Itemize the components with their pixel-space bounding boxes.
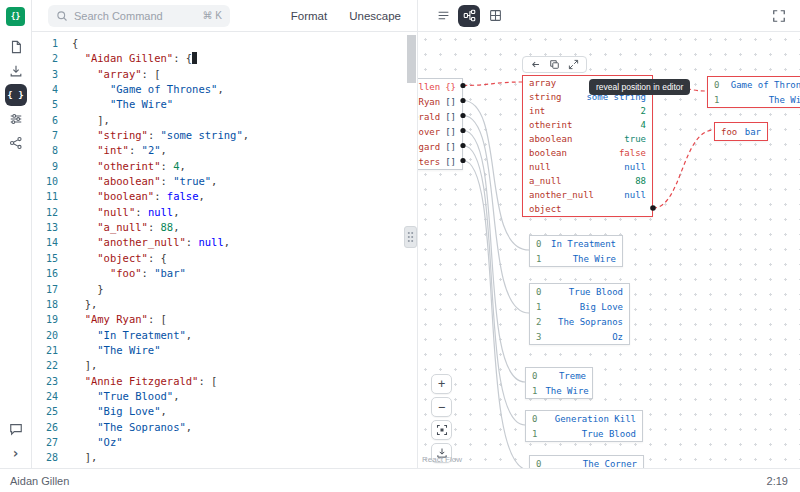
edge-object-foo-selected [653,130,714,208]
root-node-row[interactable]: Aidan Gillen{} [417,79,462,94]
editor-scrollbar[interactable] [407,35,416,83]
graph-node-alex[interactable]: 0Generation Kill1True Blood [525,410,643,442]
zoom-out-button[interactable]: − [431,397,452,417]
node-row[interactable]: 0Generation Kill [526,411,642,426]
node-row[interactable]: 0The Corner [530,456,643,468]
graph-node-foo[interactable]: foobar [714,122,768,141]
code-line[interactable]: "The Wire" [72,343,417,358]
code-line[interactable]: "Annie Fitzgerald": [ [72,374,417,389]
node-row[interactable]: object [523,202,652,216]
command-search[interactable]: ⌘ K [48,5,230,27]
app-logo[interactable]: {} [6,7,25,26]
node-row[interactable]: 0Treme [526,368,592,383]
node-row[interactable]: 1Big Love [530,299,629,314]
code-line[interactable]: "otherint": 4, [72,159,417,174]
react-flow-attribution[interactable]: React Flow [422,455,462,464]
share-nodes-icon[interactable] [5,132,27,154]
graph-selected-node[interactable]: arraystringsome stringint2otherint4abool… [522,75,653,217]
code-line[interactable]: "True Blood", [72,389,417,404]
node-row[interactable]: otherint4 [523,118,652,132]
line-number: 18 [32,297,72,312]
line-number: 2 [32,51,72,66]
node-row[interactable]: 1True Blood [526,426,642,441]
reveal-in-editor-icon[interactable] [530,59,541,70]
node-row[interactable]: 0Game of Thrones [708,77,800,92]
panel-resize-handle[interactable] [404,226,417,248]
code-line[interactable]: }, [72,297,417,312]
root-node-row[interactable]: Anwan Glover[] [417,124,462,139]
download-icon[interactable] [5,60,27,82]
node-row[interactable]: 0True Blood [530,284,629,299]
flow-view-toggle[interactable] [458,5,480,27]
code-line[interactable]: "The Wire" [72,97,417,112]
line-number: 28 [32,450,72,465]
zoom-in-button[interactable]: + [431,374,452,394]
node-row[interactable]: foobar [715,123,767,140]
code-lines[interactable]: { "Aidan Gillen": { "array": [ "Game of … [72,32,417,468]
status-bar: Aidan Gillen 2:19 [0,468,800,492]
code-line[interactable]: "Game of Thrones", [72,82,417,97]
root-node-row[interactable]: Amy Ryan[] [417,94,462,109]
root-node-row[interactable]: Alexander Skarsgard[] [417,139,462,154]
code-line[interactable]: ], [72,358,417,373]
code-line[interactable]: "another_null": null, [72,235,417,250]
code-line[interactable]: "string": "some string", [72,128,417,143]
graph-node-anwan[interactable]: 0Treme1The Wire [525,367,593,399]
fit-view-button[interactable] [431,420,452,440]
list-view-toggle[interactable] [432,5,454,27]
code-line[interactable]: "Aidan Gillen": { [72,51,417,66]
collapse-sidebar-icon[interactable]: › [5,442,27,464]
graph-node-annie[interactable]: 0True Blood1Big Love2The Sopranos3Oz [529,283,630,345]
code-line[interactable]: "boolean": false, [72,189,417,204]
node-row[interactable]: 1The Wire [530,251,622,266]
graph-node-got[interactable]: 0Game of Thrones1The Wire [707,76,800,108]
code-line[interactable]: "In Treatment", [72,328,417,343]
fullscreen-icon[interactable] [772,9,786,23]
file-icon[interactable] [5,36,27,58]
code-line[interactable]: "a_null": 88, [72,220,417,235]
code-line[interactable]: ], [72,450,417,465]
code-line[interactable]: "null": null, [72,205,417,220]
code-line[interactable]: "foo": "bar" [72,266,417,281]
line-number: 22 [32,358,72,373]
node-row[interactable]: 1The Wire [708,92,800,107]
code-line[interactable]: "Amy Ryan": [ [72,312,417,327]
node-row[interactable]: a_null88 [523,174,652,188]
code-line[interactable]: "Big Love", [72,404,417,419]
graph-root-node[interactable]: Aidan Gillen{}Amy Ryan[]Annie Fitzgerald… [417,78,463,170]
table-view-toggle[interactable] [484,5,506,27]
sliders-icon[interactable] [5,108,27,130]
graph-panel[interactable]: Aidan Gillen{}Amy Ryan[]Annie Fitzgerald… [417,32,800,468]
node-row[interactable]: 1The Wire [526,383,592,398]
node-row[interactable]: another_nullnull [523,188,652,202]
code-line[interactable]: "Oz" [72,435,417,450]
code-line[interactable]: "array": [ [72,67,417,82]
search-input[interactable] [74,10,197,22]
node-row[interactable]: booleanfalse [523,146,652,160]
code-line[interactable]: "object": { [72,251,417,266]
expand-node-icon[interactable] [568,59,579,70]
graph-node-corner[interactable]: 0The Corner [529,455,644,468]
root-node-row[interactable]: Annie Fitzgerald[] [417,109,462,124]
code-line[interactable]: "The Sopranos", [72,420,417,435]
code-line[interactable]: "aboolean": "true", [72,174,417,189]
format-button[interactable]: Format [291,10,327,22]
graph-node-amy[interactable]: 0In Treatment1The Wire [529,235,623,267]
node-row[interactable]: abooleantrue [523,132,652,146]
node-row[interactable]: nullnull [523,160,652,174]
feedback-icon[interactable] [5,418,27,440]
node-row[interactable]: 3Oz [530,329,629,344]
code-line[interactable]: { [72,36,417,51]
node-row[interactable]: 2The Sopranos [530,314,629,329]
code-line[interactable]: ], [72,113,417,128]
braces-editor-icon[interactable]: { } [5,84,27,106]
code-line[interactable]: "int": "2", [72,143,417,158]
copy-icon[interactable] [549,59,560,70]
unescape-button[interactable]: Unescape [349,10,401,22]
edge-amy-ryan [463,101,529,251]
root-node-row[interactable]: Clarke Peters[] [417,154,462,169]
code-line[interactable]: } [72,282,417,297]
node-row[interactable]: 0In Treatment [530,236,622,251]
json-editor[interactable]: 1234567891011121314151617181920212223242… [32,32,417,468]
node-row[interactable]: int2 [523,104,652,118]
